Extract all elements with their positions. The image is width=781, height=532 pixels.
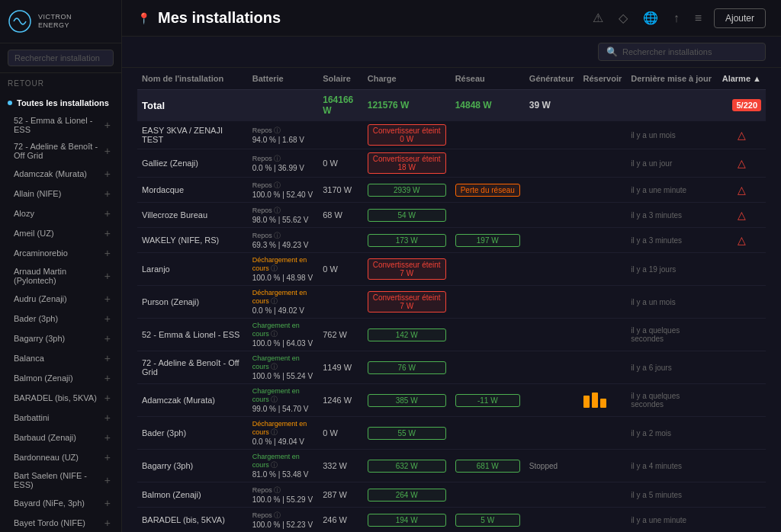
table-row[interactable]: 72 - Adeline & Benoît - Off Grid Chargem…: [137, 351, 766, 384]
plus-icon[interactable]: +: [104, 227, 111, 239]
plus-icon[interactable]: +: [104, 119, 111, 131]
sidebar-item-barbaud[interactable]: Barbaud (Zenaji) +: [3, 428, 118, 447]
table-row[interactable]: Mordacque Repos ⓘ 100.0 % | 52.40 V 3170…: [137, 178, 766, 203]
sidebar-item-ameil[interactable]: Ameil (UZ) +: [3, 223, 118, 243]
cell-solar: 246 W: [318, 508, 363, 533]
cell-name: WAKELY (NIFE, RS): [137, 228, 248, 253]
plus-icon[interactable]: +: [104, 517, 111, 529]
cell-generator: [525, 121, 579, 149]
table-row[interactable]: Galliez (Zenaji) Repos ⓘ 0.0 % | 36.99 V…: [137, 149, 766, 178]
table-row[interactable]: Balmon (Zenaji) Repos ⓘ 100.0 % | 55.29 …: [137, 482, 766, 508]
sidebar-item-barbattini[interactable]: Barbattini +: [3, 408, 118, 428]
all-installations-item[interactable]: Toutes les installations: [0, 94, 121, 112]
sidebar-item-alozy[interactable]: Alozy +: [3, 204, 118, 223]
diamond-button[interactable]: ◇: [615, 8, 631, 28]
plus-icon[interactable]: +: [104, 145, 111, 157]
sidebar-item-bader[interactable]: Bader (3ph) +: [3, 309, 118, 328]
plus-icon[interactable]: +: [104, 497, 111, 509]
sidebar-item-52[interactable]: 52 - Emma & Lionel - ESS +: [3, 112, 118, 138]
plus-icon[interactable]: +: [104, 431, 111, 444]
charge-value: 173 W: [368, 234, 446, 247]
plus-icon[interactable]: +: [104, 168, 111, 180]
table-row[interactable]: EASY 3KVA / ZENAJI TEST Repos ⓘ 94.0 % |…: [137, 121, 766, 149]
plus-icon[interactable]: +: [104, 187, 111, 200]
chart-button[interactable]: ≡: [692, 8, 705, 28]
table-row[interactable]: Villecroze Bureau Repos ⓘ 98.0 % | 55.62…: [137, 203, 766, 228]
sidebar-item-balmon[interactable]: Balmon (Zenaji) +: [3, 368, 118, 388]
plus-icon[interactable]: +: [104, 207, 111, 220]
cell-name: Bagarry (3ph): [137, 450, 248, 482]
sidebar-item-label: Ameil (UZ): [14, 229, 54, 238]
cell-battery: Repos ⓘ 0.0 % | 36.99 V: [248, 149, 318, 178]
plus-icon[interactable]: +: [104, 474, 111, 486]
charge-alert: Convertisseur éteint0 W: [368, 124, 446, 146]
cell-alarm: △: [718, 228, 766, 253]
cell-name: 72 - Adeline & Benoît - Off Grid: [137, 351, 248, 384]
col-charge: Charge: [363, 68, 451, 90]
sidebar-search-input[interactable]: [8, 50, 114, 66]
plus-icon[interactable]: +: [104, 352, 111, 364]
add-button[interactable]: Ajouter: [714, 8, 766, 28]
sidebar-item-balanca[interactable]: Balanca +: [3, 348, 118, 368]
sidebar-item-bagarry[interactable]: Bagarry (3ph) +: [3, 328, 118, 348]
plus-icon[interactable]: +: [104, 392, 111, 404]
plus-icon[interactable]: +: [104, 451, 111, 463]
sidebar-item-adamczak[interactable]: Adamczak (Murata) +: [3, 164, 118, 184]
cell-time: il y a un mois: [626, 121, 717, 149]
sidebar-item-bayard[interactable]: Bayard (NiFe, 3ph) +: [3, 493, 118, 513]
back-label[interactable]: RETOUR: [0, 73, 121, 94]
table-row[interactable]: 52 - Emma & Lionel - ESS Chargement en c…: [137, 319, 766, 351]
cell-battery: Chargement en cours ⓘ 81.0 % | 53.48 V: [248, 450, 318, 482]
table-row[interactable]: BARADEL (bis, 5KVA) Repos ⓘ 100.0 % | 52…: [137, 508, 766, 533]
globe-button[interactable]: 🌐: [640, 8, 661, 28]
tank-bars: [583, 393, 622, 408]
search-input[interactable]: [622, 47, 757, 56]
sidebar-item-allain[interactable]: Allain (NIFE) +: [3, 184, 118, 204]
total-reservoir: [579, 90, 627, 121]
plus-icon[interactable]: +: [104, 372, 111, 384]
plus-icon[interactable]: +: [104, 332, 111, 345]
cell-alarm: [718, 351, 766, 384]
table-row[interactable]: Adamczak (Murata) Chargement en cours ⓘ …: [137, 384, 766, 417]
table-row[interactable]: Bagarry (3ph) Chargement en cours ⓘ 81.0…: [137, 450, 766, 482]
sidebar-item-baradel[interactable]: BARADEL (bis, 5KVA) +: [3, 388, 118, 408]
sidebar-item-bart[interactable]: Bart Saelen (NIFE - ESS) +: [3, 467, 118, 493]
cell-generator: [525, 319, 579, 351]
logo: victron energy: [0, 0, 121, 43]
sidebar-item-bardonneau[interactable]: Bardonneau (UZ) +: [3, 447, 118, 467]
cell-reseau: 197 W: [451, 228, 525, 253]
charge-value: 142 W: [368, 328, 446, 341]
alert-triangle-button[interactable]: ⚠: [590, 8, 606, 28]
cell-reseau: [451, 253, 525, 286]
col-name: Nom de l'installation: [137, 68, 248, 90]
sidebar-item-bayet[interactable]: Bayet Tordo (NIFE) +: [3, 513, 118, 532]
table-row[interactable]: WAKELY (NIFE, RS) Repos ⓘ 69.3 % | 49.23…: [137, 228, 766, 253]
plus-icon[interactable]: +: [104, 270, 111, 282]
plus-icon[interactable]: +: [104, 293, 111, 305]
sidebar-item-72[interactable]: 72 - Adeline & Benoît - Off Grid +: [3, 138, 118, 164]
cell-reseau: Perte du réseau: [451, 178, 525, 203]
sidebar-item-label: Balanca: [14, 354, 44, 363]
cell-generator: [525, 253, 579, 286]
plus-icon[interactable]: +: [104, 412, 111, 424]
sidebar-item-audru[interactable]: Audru (Zenaji) +: [3, 289, 118, 309]
sidebar-search-container: [0, 43, 121, 73]
cell-generator: [525, 508, 579, 533]
sidebar-item-arnaud[interactable]: Arnaud Martin (Pylontech) +: [3, 263, 118, 289]
cell-name: 52 - Emma & Lionel - ESS: [137, 319, 248, 351]
cell-solar: 0 W: [318, 253, 363, 286]
plus-icon[interactable]: +: [104, 247, 111, 259]
cell-reseau: [451, 417, 525, 450]
cell-battery: Chargement en cours ⓘ 100.0 % | 64.03 V: [248, 319, 318, 351]
header-right: ⚠ ◇ 🌐 ↑ ≡ Ajouter: [590, 8, 766, 28]
sidebar-item-label: Adamczak (Murata): [14, 169, 87, 178]
sidebar-item-arcamino[interactable]: Arcaminorebio +: [3, 243, 118, 263]
table-row[interactable]: Bader (3ph) Déchargement en cours ⓘ 0.0 …: [137, 417, 766, 450]
table-row[interactable]: Purson (Zenaji) Déchargement en cours ⓘ …: [137, 286, 766, 319]
cloud-button[interactable]: ↑: [670, 8, 683, 28]
plus-icon[interactable]: +: [104, 312, 111, 325]
col-alarm[interactable]: Alarme ▲: [718, 68, 766, 90]
cell-time: il y a 6 jours: [626, 351, 717, 384]
cell-name: Adamczak (Murata): [137, 384, 248, 417]
table-row[interactable]: Laranjo Déchargement en cours ⓘ 100.0 % …: [137, 253, 766, 286]
